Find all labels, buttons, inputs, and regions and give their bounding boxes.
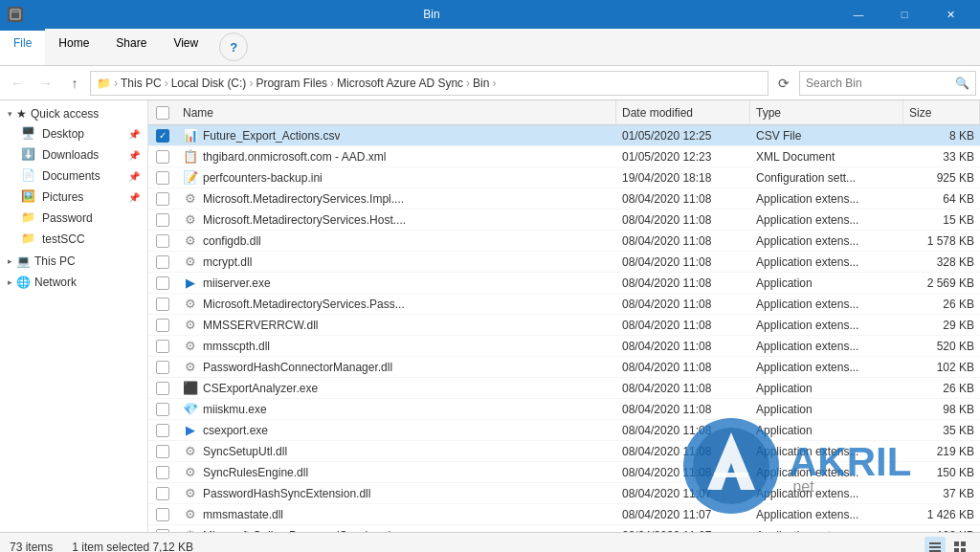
table-row[interactable]: ⚙ mmsmastate.dll 08/04/2020 11:07 Applic… — [148, 504, 980, 525]
refresh-button[interactable]: ⟳ — [770, 70, 797, 97]
row-checkbox[interactable] — [156, 213, 169, 227]
sidebar-item-pictures[interactable]: 🖼️ Pictures 📌 — [0, 187, 147, 208]
file-name: mcrypt.dll — [203, 255, 252, 269]
file-icon: ⚙ — [183, 318, 198, 333]
file-icon: ⚙ — [183, 212, 198, 228]
table-row[interactable]: ⚙ Microsoft.Online.PasswordSynchroniz...… — [148, 525, 980, 532]
row-checkbox[interactable] — [156, 298, 169, 311]
table-row[interactable]: ✓ 📊 Future_Export_Actions.csv 01/05/2020… — [148, 125, 980, 146]
sidebar-item-desktop[interactable]: 🖥️ Desktop 📌 — [0, 123, 147, 144]
row-checkbox[interactable] — [156, 445, 169, 458]
downloads-label: Downloads — [42, 148, 99, 162]
up-button[interactable]: ↑ — [61, 70, 88, 97]
table-row[interactable]: 📝 perfcounters-backup.ini 19/04/2020 18:… — [148, 167, 980, 188]
file-size: 26 KB — [903, 298, 980, 311]
file-name-cell: ⚙ mmsmastate.dll — [177, 507, 616, 522]
file-type: Application — [750, 403, 903, 416]
password-icon: 📁 — [21, 210, 36, 226]
file-size: 328 KB — [903, 255, 980, 269]
row-checkbox[interactable] — [156, 424, 169, 437]
large-view-button[interactable] — [949, 537, 970, 553]
tab-share[interactable]: Share — [102, 29, 160, 65]
sidebar-item-documents[interactable]: 📄 Documents 📌 — [0, 166, 147, 187]
row-checkbox[interactable] — [156, 529, 169, 533]
header-checkbox-cell — [148, 106, 177, 120]
row-checkbox-cell — [148, 361, 177, 374]
this-pc-label: This PC — [34, 254, 76, 268]
sidebar-item-downloads[interactable]: ⬇️ Downloads 📌 — [0, 144, 147, 166]
table-row[interactable]: ▶ csexport.exe 08/04/2020 11:08 Applicat… — [148, 420, 980, 441]
row-checkbox[interactable] — [156, 487, 169, 500]
table-row[interactable]: ⚙ PasswordHashConnectorManager.dll 08/04… — [148, 357, 980, 378]
minimize-button[interactable]: — — [836, 0, 880, 29]
table-row[interactable]: 💎 miiskmu.exe 08/04/2020 11:08 Applicati… — [148, 399, 980, 420]
tab-file[interactable]: File — [0, 29, 45, 65]
table-row[interactable]: ⚙ MMSSERVERRCW.dll 08/04/2020 11:08 Appl… — [148, 315, 980, 336]
row-checkbox[interactable] — [156, 255, 169, 269]
file-type: Application extens... — [750, 487, 903, 500]
row-checkbox-cell — [148, 340, 177, 353]
table-row[interactable]: ⚙ configdb.dll 08/04/2020 11:08 Applicat… — [148, 231, 980, 252]
search-input[interactable] — [806, 77, 955, 90]
file-list-scroll[interactable]: ✓ 📊 Future_Export_Actions.csv 01/05/2020… — [148, 125, 980, 532]
table-row[interactable]: ⚙ mcrypt.dll 08/04/2020 11:08 Applicatio… — [148, 252, 980, 273]
help-button[interactable]: ? — [219, 33, 248, 61]
table-row[interactable]: ⚙ SyncRulesEngine.dll 08/04/2020 11:08 A… — [148, 462, 980, 483]
window-title: Bin — [27, 8, 836, 21]
table-row[interactable]: ⚙ mmsscpth.dll 08/04/2020 11:08 Applicat… — [148, 336, 980, 357]
sidebar-item-testscc[interactable]: 📁 testSCC — [0, 229, 147, 250]
close-button[interactable]: ✕ — [928, 0, 972, 29]
table-row[interactable]: 📋 thgibard.onmicrosoft.com - AAD.xml 01/… — [148, 146, 980, 167]
row-checkbox[interactable] — [156, 319, 169, 332]
row-checkbox[interactable]: ✓ — [156, 129, 169, 143]
row-checkbox[interactable] — [156, 276, 169, 290]
this-pc-group: ▸ 💻 This PC — [0, 252, 147, 271]
table-row[interactable]: ▶ miiserver.exe 08/04/2020 11:08 Applica… — [148, 273, 980, 294]
file-size: 29 KB — [903, 319, 980, 332]
file-type: XML Document — [750, 150, 903, 164]
table-row[interactable]: ⚙ Microsoft.MetadirectoryServices.Pass..… — [148, 294, 980, 315]
forward-button[interactable]: → — [33, 70, 59, 97]
row-checkbox[interactable] — [156, 508, 169, 521]
table-row[interactable]: ⚙ PasswordHashSyncExtension.dll 08/04/20… — [148, 483, 980, 504]
table-row[interactable]: ⚙ Microsoft.MetadirectoryServices.Impl..… — [148, 188, 980, 210]
row-checkbox-cell — [148, 424, 177, 437]
header-checkbox[interactable] — [156, 106, 169, 120]
this-pc-header[interactable]: ▸ 💻 This PC — [0, 252, 147, 271]
header-type[interactable]: Type — [750, 100, 903, 124]
title-bar: Bin — □ ✕ — [0, 0, 980, 29]
row-checkbox[interactable] — [156, 361, 169, 374]
row-checkbox[interactable] — [156, 340, 169, 353]
file-type: Application extens... — [750, 361, 903, 374]
row-checkbox[interactable] — [156, 403, 169, 416]
quick-access-header[interactable]: ▾ ★ Quick access — [0, 104, 147, 123]
maximize-button[interactable]: □ — [882, 0, 926, 29]
details-view-button[interactable] — [924, 537, 946, 553]
tab-view[interactable]: View — [160, 29, 212, 65]
header-size[interactable]: Size — [903, 100, 980, 124]
back-button[interactable]: ← — [4, 70, 31, 97]
table-row[interactable]: ⬛ CSExportAnalyzer.exe 08/04/2020 11:08 … — [148, 378, 980, 399]
sidebar-item-password[interactable]: 📁 Password — [0, 208, 147, 229]
desktop-label: Desktop — [42, 127, 84, 141]
network-header[interactable]: ▸ 🌐 Network — [0, 273, 147, 292]
file-name: mmsmastate.dll — [203, 508, 283, 521]
row-checkbox[interactable] — [156, 150, 169, 164]
table-row[interactable]: ⚙ SyncSetupUtl.dll 08/04/2020 11:08 Appl… — [148, 441, 980, 462]
row-checkbox[interactable] — [156, 234, 169, 248]
file-size: 192 KB — [903, 529, 980, 533]
address-path[interactable]: 📁 › This PC › Local Disk (C:) › Program … — [90, 71, 768, 96]
row-checkbox-cell — [148, 150, 177, 164]
file-icon: ⚙ — [183, 233, 198, 249]
row-checkbox[interactable] — [156, 382, 169, 395]
row-checkbox[interactable] — [156, 192, 169, 206]
file-name: configdb.dll — [203, 234, 261, 248]
search-icon[interactable]: 🔍 — [955, 77, 969, 90]
header-name[interactable]: Name — [177, 100, 616, 124]
row-checkbox[interactable] — [156, 466, 169, 479]
file-name-cell: ⚙ SyncRulesEngine.dll — [177, 465, 616, 480]
header-date[interactable]: Date modified — [616, 100, 750, 124]
row-checkbox[interactable] — [156, 171, 169, 185]
tab-home[interactable]: Home — [45, 29, 102, 65]
table-row[interactable]: ⚙ Microsoft.MetadirectoryServices.Host..… — [148, 210, 980, 231]
